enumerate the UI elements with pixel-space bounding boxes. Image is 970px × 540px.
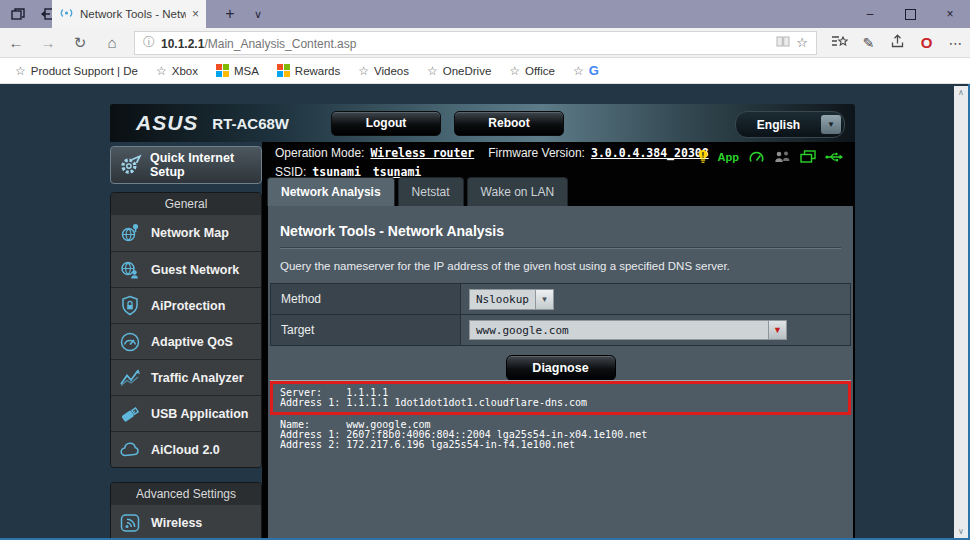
favorite-google[interactable]: ☆G xyxy=(564,63,608,78)
add-favorite-star-icon[interactable]: ☆ xyxy=(796,35,808,50)
internet-status-gauge-icon[interactable] xyxy=(748,150,765,164)
content-panel: Network Tools - Network Analysis Query t… xyxy=(268,206,853,538)
advanced-settings-header: Advanced Settings xyxy=(111,483,261,505)
star-icon: ☆ xyxy=(358,64,369,78)
scroll-down-icon[interactable]: ∨ xyxy=(958,525,964,538)
tab-netstat[interactable]: Netstat xyxy=(398,177,464,206)
favorite-office[interactable]: ☆Office xyxy=(500,64,564,78)
reboot-button[interactable]: Reboot xyxy=(454,111,564,136)
clients-icon[interactable] xyxy=(774,150,791,163)
sidebar: Quick Internet Setup General Network Map… xyxy=(110,146,262,540)
star-icon: ☆ xyxy=(509,64,520,78)
app-badge[interactable]: App xyxy=(718,151,739,163)
sidebar-item-guest-network[interactable]: Guest Network xyxy=(111,251,261,287)
general-section: General Network Map Guest Network xyxy=(110,192,262,468)
sidebar-item-label: Network Map xyxy=(151,226,229,240)
page-scrollbar[interactable]: ∧ ∨ xyxy=(954,86,968,538)
microsoft-logo-icon xyxy=(216,64,229,77)
sidebar-item-traffic-analyzer[interactable]: Traffic Analyzer xyxy=(111,359,261,395)
analysis-form: Method Nslookup ▾ Target www.google.com xyxy=(270,283,851,346)
sidebar-item-wireless[interactable]: Wireless xyxy=(111,505,261,540)
firmware-link[interactable]: 3.0.0.4.384_20308 xyxy=(591,146,709,160)
sidebar-item-network-map[interactable]: Network Map xyxy=(111,215,261,251)
tab-preview-icon[interactable] xyxy=(5,4,31,24)
sidebar-item-label: Wireless xyxy=(151,516,202,530)
notification-bulb-icon[interactable] xyxy=(697,149,709,164)
forward-icon[interactable]: → xyxy=(32,34,64,51)
refresh-icon[interactable]: ↻ xyxy=(64,34,96,52)
new-tab-button[interactable]: + xyxy=(216,0,244,28)
language-value: English xyxy=(736,118,821,132)
target-dropdown-button[interactable]: ▼ xyxy=(769,320,787,340)
favorite-rewards[interactable]: Rewards xyxy=(268,64,349,77)
sidebar-item-quick-internet-setup[interactable]: Quick Internet Setup xyxy=(110,146,262,184)
diagnose-button[interactable]: Diagnose xyxy=(506,355,616,381)
favorites-bar: ☆Product Support | De ☆Xbox MSA Rewards … xyxy=(0,58,970,84)
language-dropdown[interactable]: English ▼ xyxy=(735,111,845,138)
status-icons: App xyxy=(697,149,843,164)
method-label: Method xyxy=(271,284,461,314)
annotate-pen-icon[interactable]: ✎ xyxy=(854,35,883,51)
method-row: Method Nslookup ▾ xyxy=(271,284,850,314)
reading-view-icon[interactable] xyxy=(776,36,790,50)
router-tabs: Network Analysis Netstat Wake on LAN xyxy=(267,177,571,206)
favorite-xbox[interactable]: ☆Xbox xyxy=(147,64,207,78)
more-options-icon[interactable]: ⋯ xyxy=(941,35,970,51)
star-icon: ☆ xyxy=(427,64,438,78)
target-input[interactable]: www.google.com xyxy=(469,320,769,340)
minimize-button[interactable]: – xyxy=(850,0,890,28)
page-title: Network Tools - Network Analysis xyxy=(280,223,841,239)
cloud-icon xyxy=(118,438,142,462)
advanced-settings-section: Advanced Settings Wireless xyxy=(110,482,262,540)
tab-list-chevron-icon[interactable]: ∨ xyxy=(246,0,270,28)
sidebar-item-usb-application[interactable]: USB Application xyxy=(111,395,261,431)
url-host: 10.1.2.1 xyxy=(161,37,204,51)
sidebar-item-aicloud[interactable]: AiCloud 2.0 xyxy=(111,431,261,467)
router-header: ASUS RT-AC68W Logout Reboot English ▼ xyxy=(110,104,855,142)
share-icon[interactable] xyxy=(883,34,912,51)
close-button[interactable]: × xyxy=(930,0,970,28)
browser-tab[interactable]: Network Tools - Networ × xyxy=(52,0,206,28)
site-info-icon[interactable]: ⓘ xyxy=(143,34,155,51)
window-controls: – × xyxy=(850,0,970,28)
logout-button[interactable]: Logout xyxy=(331,111,441,136)
tab-title: Network Tools - Networ xyxy=(80,8,186,20)
operation-mode-link[interactable]: Wireless router xyxy=(370,146,474,160)
target-row: Target www.google.com ▼ xyxy=(271,314,850,345)
usb-drive-icon xyxy=(118,402,142,426)
hub-favorites-icon[interactable] xyxy=(825,34,854,51)
usb-status-icon[interactable] xyxy=(825,151,843,163)
devices-monitor-icon[interactable] xyxy=(800,150,816,163)
favorite-onedrive[interactable]: ☆OneDrive xyxy=(418,64,500,78)
asus-logo: ASUS xyxy=(136,111,198,135)
router-model: RT-AC68W xyxy=(212,115,289,132)
tab-close-icon[interactable]: × xyxy=(192,7,199,21)
wireless-icon xyxy=(118,511,142,535)
red-o-extension-icon[interactable]: O xyxy=(912,34,941,51)
operation-mode-label: Operation Mode: xyxy=(275,146,364,160)
tab-wake-on-lan[interactable]: Wake on LAN xyxy=(467,177,569,206)
sidebar-item-label: Adaptive QoS xyxy=(151,335,233,349)
address-bar[interactable]: ⓘ 10.1.2.1/Main_Analysis_Content.asp ☆ xyxy=(134,31,817,55)
sidebar-item-label: Traffic Analyzer xyxy=(151,371,244,385)
scroll-up-icon[interactable]: ∧ xyxy=(958,86,964,99)
tab-network-analysis[interactable]: Network Analysis xyxy=(267,177,395,206)
method-select[interactable]: Nslookup ▾ xyxy=(469,289,554,310)
star-icon: ☆ xyxy=(573,64,584,78)
firmware-label: Firmware Version: xyxy=(488,146,585,160)
sidebar-item-aiprotection[interactable]: AiProtection xyxy=(111,287,261,323)
favorite-product-support[interactable]: ☆Product Support | De xyxy=(6,64,147,78)
general-section-header: General xyxy=(111,193,261,215)
home-icon[interactable]: ⌂ xyxy=(96,34,128,51)
maximize-icon xyxy=(905,9,916,20)
edge-browser-window: Network Tools - Networ × + ∨ – × ← → ↻ ⌂… xyxy=(0,0,970,540)
back-icon[interactable]: ← xyxy=(0,34,32,51)
network-map-icon xyxy=(118,221,142,245)
favorite-msa[interactable]: MSA xyxy=(207,64,268,77)
gauge-icon xyxy=(118,330,142,354)
target-label: Target xyxy=(271,315,461,345)
shield-lock-icon xyxy=(118,294,142,318)
favorite-videos[interactable]: ☆Videos xyxy=(349,64,418,78)
maximize-button[interactable] xyxy=(890,0,930,28)
sidebar-item-adaptive-qos[interactable]: Adaptive QoS xyxy=(111,323,261,359)
